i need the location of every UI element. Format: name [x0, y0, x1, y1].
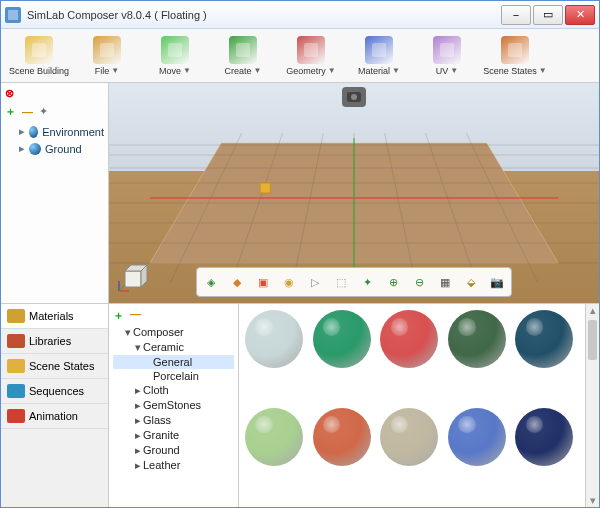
uv-icon	[433, 36, 461, 64]
expand-arrow-icon: ▸	[19, 125, 25, 138]
sequences-icon	[7, 384, 25, 398]
mat-cat-ground[interactable]: ▸Ground	[113, 443, 234, 458]
expand-arrow-icon: ▸	[19, 142, 25, 155]
material-swatch-3[interactable]	[448, 310, 506, 368]
add-node-button[interactable]: ＋	[5, 104, 16, 119]
mat-cat-ceramic[interactable]: ▾Ceramic	[113, 340, 234, 355]
material-swatch-8[interactable]	[448, 408, 506, 466]
svg-line-37	[119, 285, 125, 291]
mat-sub-porcelain[interactable]: Porcelain	[113, 369, 234, 383]
mat-cat-glass[interactable]: ▸Glass	[113, 413, 234, 428]
svg-rect-5	[236, 43, 250, 57]
minimize-button[interactable]: −	[501, 5, 531, 25]
scene-building-icon	[25, 36, 53, 64]
viewport-tool-5[interactable]: ⬚	[330, 271, 352, 293]
scene-node-ground[interactable]: ▸Ground	[5, 140, 104, 157]
mat-tree-root[interactable]: ▾Composer	[113, 325, 234, 340]
material-swatch-9[interactable]	[515, 408, 573, 466]
viewport-tool-6[interactable]: ✦	[356, 271, 378, 293]
tool-icon: ▦	[440, 276, 450, 289]
toolbar-move[interactable]: Move▼	[143, 31, 207, 81]
material-swatch-4[interactable]	[515, 310, 573, 368]
material-tree: ＋ — ▾Composer▾CeramicGeneralPorcelain▸Cl…	[109, 304, 239, 507]
viewport-toolbar: ◈◆▣◉▷⬚✦⊕⊖▦⬙📷	[196, 267, 512, 297]
panel-close-icon[interactable]: ⊗	[5, 87, 14, 100]
viewport-tool-2[interactable]: ▣	[252, 271, 274, 293]
svg-rect-4	[168, 43, 182, 57]
tool-icon: ◈	[207, 276, 215, 289]
viewport-tool-1[interactable]: ◆	[226, 271, 248, 293]
tool-icon: ⬚	[336, 276, 346, 289]
remove-node-button[interactable]: —	[22, 106, 33, 118]
refresh-icon[interactable]: ✦	[39, 105, 48, 118]
geometry-icon	[297, 36, 325, 64]
viewport-tool-9[interactable]: ▦	[434, 271, 456, 293]
move-icon	[161, 36, 189, 64]
tab-animation[interactable]: Animation	[1, 404, 108, 429]
viewport-tool-7[interactable]: ⊕	[382, 271, 404, 293]
mat-add-button[interactable]: ＋	[113, 308, 124, 323]
mat-cat-leather[interactable]: ▸Leather	[113, 458, 234, 473]
toolbar-file[interactable]: File▼	[75, 31, 139, 81]
mat-remove-button[interactable]: —	[130, 308, 141, 323]
camera-snapshot-button[interactable]	[342, 87, 366, 107]
material-swatch-2[interactable]	[380, 310, 438, 368]
tab-materials[interactable]: Materials	[1, 304, 108, 329]
dropdown-arrow-icon: ▼	[328, 66, 336, 75]
scrollbar-vertical[interactable]: ▴ ▾	[585, 304, 599, 507]
toolbar-scene-states[interactable]: Scene States▼	[483, 31, 547, 81]
svg-rect-9	[508, 43, 522, 57]
tab-scene-states[interactable]: Scene States	[1, 354, 108, 379]
tab-sequences[interactable]: Sequences	[1, 379, 108, 404]
material-swatch-1[interactable]	[313, 310, 371, 368]
svg-rect-29	[260, 183, 270, 193]
tool-icon: ▷	[311, 276, 319, 289]
material-swatch-grid	[239, 304, 585, 507]
viewport-tool-3[interactable]: ◉	[278, 271, 300, 293]
toolbar-scene-building[interactable]: Scene Building	[7, 31, 71, 81]
viewport-tool-10[interactable]: ⬙	[460, 271, 482, 293]
window-titlebar: SimLab Composer v8.0.4 ( Floating ) − ▭ …	[1, 1, 599, 29]
create-icon	[229, 36, 257, 64]
animation-icon	[7, 409, 25, 423]
tab-libraries[interactable]: Libraries	[1, 329, 108, 354]
scene-tree-panel: ⊗ ＋ — ✦ ▸Environment▸Ground	[1, 83, 109, 303]
tool-icon: ◉	[284, 276, 294, 289]
material-swatch-7[interactable]	[380, 408, 438, 466]
viewport-tool-0[interactable]: ◈	[200, 271, 222, 293]
viewport-tool-11[interactable]: 📷	[486, 271, 508, 293]
mat-cat-granite[interactable]: ▸Granite	[113, 428, 234, 443]
toolbar-material[interactable]: Material▼	[347, 31, 411, 81]
tool-icon: ◆	[233, 276, 241, 289]
svg-point-31	[351, 94, 357, 100]
dropdown-arrow-icon: ▼	[450, 66, 458, 75]
scrollbar-thumb[interactable]	[588, 320, 597, 360]
toolbar-uv[interactable]: UV▼	[415, 31, 479, 81]
tool-icon: 📷	[490, 276, 504, 289]
mat-cat-gemstones[interactable]: ▸GemStones	[113, 398, 234, 413]
svg-rect-3	[100, 43, 114, 57]
viewport-3d[interactable]: ◈◆▣◉▷⬚✦⊕⊖▦⬙📷	[109, 83, 599, 303]
view-cube[interactable]	[115, 261, 151, 297]
viewport-tool-4[interactable]: ▷	[304, 271, 326, 293]
viewport-tool-8[interactable]: ⊖	[408, 271, 430, 293]
scene states-icon	[7, 359, 25, 373]
close-button[interactable]: ✕	[565, 5, 595, 25]
toolbar-geometry[interactable]: Geometry▼	[279, 31, 343, 81]
mat-cat-cloth[interactable]: ▸Cloth	[113, 383, 234, 398]
tool-icon: ▣	[258, 276, 268, 289]
toolbar-create[interactable]: Create▼	[211, 31, 275, 81]
material-swatch-0[interactable]	[245, 310, 303, 368]
left-tab-bar: MaterialsLibrariesScene StatesSequencesA…	[1, 304, 109, 507]
material-swatch-6[interactable]	[313, 408, 371, 466]
mat-sub-general[interactable]: General	[113, 355, 234, 369]
scene-node-environment[interactable]: ▸Environment	[5, 123, 104, 140]
window-title: SimLab Composer v8.0.4 ( Floating )	[27, 9, 499, 21]
dropdown-arrow-icon: ▼	[392, 66, 400, 75]
material-swatch-5[interactable]	[245, 408, 303, 466]
scene-states-icon	[501, 36, 529, 64]
dropdown-arrow-icon: ▼	[111, 66, 119, 75]
material-icon	[365, 36, 393, 64]
svg-rect-6	[304, 43, 318, 57]
maximize-button[interactable]: ▭	[533, 5, 563, 25]
